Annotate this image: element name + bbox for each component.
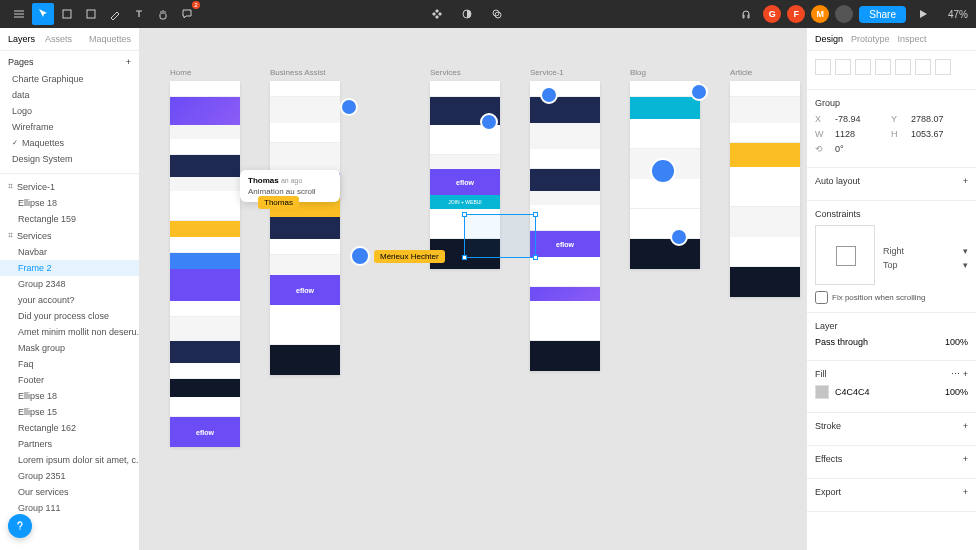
move-tool[interactable]	[32, 3, 54, 25]
layer-item[interactable]: ⌗ Services	[0, 227, 139, 244]
left-panel-tabs: Layers Assets Maquettes	[0, 28, 139, 51]
align-left[interactable]	[815, 59, 831, 75]
artboard-home[interactable]: eflow	[170, 81, 240, 447]
page-item[interactable]: Charte Graphique	[8, 71, 131, 87]
align-center-h[interactable]	[835, 59, 851, 75]
rotation-input[interactable]	[835, 144, 885, 154]
mask-icon[interactable]	[456, 3, 478, 25]
collaborator-avatar-2[interactable]: F	[787, 5, 805, 23]
present-button[interactable]	[912, 3, 934, 25]
constraint-v-select[interactable]: Top▾	[883, 258, 968, 272]
tab-assets[interactable]: Assets	[45, 34, 72, 44]
page-item[interactable]: Wireframe	[8, 119, 131, 135]
component-icon[interactable]	[426, 3, 448, 25]
svg-rect-1	[87, 10, 95, 18]
align-bottom[interactable]	[915, 59, 931, 75]
layer-item[interactable]: Amet minim mollit non deseru...	[0, 324, 139, 340]
artboard-label[interactable]: Blog	[630, 68, 700, 77]
page-item[interactable]: data	[8, 87, 131, 103]
align-right[interactable]	[855, 59, 871, 75]
layer-item[interactable]: ⌗ Service-1	[0, 178, 139, 195]
layer-item[interactable]: Did your process close	[0, 308, 139, 324]
canvas[interactable]: Home eflow Business Assist eflow Service…	[140, 28, 806, 550]
align-more[interactable]	[935, 59, 951, 75]
align-center-v[interactable]	[895, 59, 911, 75]
layer-item[interactable]: Ellipse 18	[0, 195, 139, 211]
w-input[interactable]	[835, 129, 885, 139]
add-fill[interactable]: ⋯ +	[951, 369, 968, 379]
artboard-service1[interactable]: eflow	[530, 81, 600, 371]
tab-design[interactable]: Design	[815, 34, 843, 44]
comment-badge: 2	[192, 1, 200, 9]
tab-inspect[interactable]: Inspect	[898, 34, 927, 44]
page-item[interactable]: Maquettes	[8, 135, 131, 151]
presence-avatar	[670, 228, 688, 246]
layer-item[interactable]: Lorem ipsum dolor sit amet, c...	[0, 452, 139, 468]
page-item[interactable]: Design System	[8, 151, 131, 167]
tab-page-name[interactable]: Maquettes	[89, 34, 131, 44]
layer-item[interactable]: Group 2351	[0, 468, 139, 484]
right-panel-tabs: Design Prototype Inspect	[807, 28, 976, 51]
menu-button[interactable]	[8, 3, 30, 25]
fill-section: Fill⋯ + C4C4C4100%	[807, 361, 976, 413]
shape-tool[interactable]	[80, 3, 102, 25]
fill-swatch[interactable]	[815, 385, 829, 399]
pen-tool[interactable]	[104, 3, 126, 25]
align-top[interactable]	[875, 59, 891, 75]
layer-item[interactable]: Footer	[0, 372, 139, 388]
layer-item[interactable]: Partners	[0, 436, 139, 452]
opacity-input[interactable]: 100%	[945, 337, 968, 347]
layer-item[interactable]: Faq	[0, 356, 139, 372]
collaborator-avatar-3[interactable]: M	[811, 5, 829, 23]
layer-item[interactable]: Navbar	[0, 244, 139, 260]
add-stroke[interactable]: +	[963, 421, 968, 431]
y-input[interactable]	[911, 114, 961, 124]
constraint-h-select[interactable]: Right▾	[883, 244, 968, 258]
layer-item[interactable]: Frame 2	[0, 260, 139, 276]
artboard-label[interactable]: Business Assist	[270, 68, 340, 77]
layer-item[interactable]: Mask group	[0, 340, 139, 356]
frame-tool[interactable]	[56, 3, 78, 25]
artboard-label[interactable]: Service-1	[530, 68, 600, 77]
boolean-icon[interactable]	[486, 3, 508, 25]
artboard-article[interactable]	[730, 81, 800, 297]
add-auto-layout[interactable]: +	[963, 176, 968, 186]
layer-item[interactable]: Ellipse 15	[0, 404, 139, 420]
tab-prototype[interactable]: Prototype	[851, 34, 890, 44]
add-effect[interactable]: +	[963, 454, 968, 464]
layer-item[interactable]: Our services	[0, 484, 139, 500]
x-input[interactable]	[835, 114, 885, 124]
help-fab[interactable]	[8, 514, 32, 538]
artboard-business[interactable]: eflow	[270, 81, 340, 375]
blend-mode-select[interactable]: Pass through	[815, 337, 939, 347]
layer-item[interactable]: Ellipse 18	[0, 388, 139, 404]
add-page-button[interactable]: +	[126, 57, 131, 67]
page-item[interactable]: Logo	[8, 103, 131, 119]
share-button[interactable]: Share	[859, 6, 906, 23]
layer-label: Layer	[815, 321, 968, 331]
selection-box[interactable]	[464, 214, 536, 258]
comment-tool[interactable]: 2	[176, 3, 198, 25]
layer-item[interactable]: Rectangle 162	[0, 420, 139, 436]
fix-scroll-checkbox[interactable]: Fix position when scrolling	[815, 291, 968, 304]
collaborator-avatar-1[interactable]: G	[763, 5, 781, 23]
fill-opacity[interactable]: 100%	[945, 387, 968, 397]
fill-hex[interactable]: C4C4C4	[835, 387, 870, 397]
artboard-label[interactable]: Home	[170, 68, 240, 77]
artboard-label[interactable]: Services	[430, 68, 500, 77]
layer-item[interactable]: Rectangle 159	[0, 211, 139, 227]
layer-item[interactable]: Group 2348	[0, 276, 139, 292]
layer-item[interactable]: your account?	[0, 292, 139, 308]
auto-layout-section: Auto layout+	[807, 168, 976, 201]
add-export[interactable]: +	[963, 487, 968, 497]
text-tool[interactable]	[128, 3, 150, 25]
headphones-icon[interactable]	[735, 3, 757, 25]
h-input[interactable]	[911, 129, 961, 139]
hand-tool[interactable]	[152, 3, 174, 25]
constraints-widget[interactable]	[815, 225, 875, 285]
constraints-label: Constraints	[815, 209, 968, 219]
artboard-label[interactable]: Article	[730, 68, 800, 77]
tab-layers[interactable]: Layers	[8, 34, 35, 44]
zoom-value[interactable]: 47%	[948, 9, 968, 20]
current-user-avatar[interactable]	[835, 5, 853, 23]
